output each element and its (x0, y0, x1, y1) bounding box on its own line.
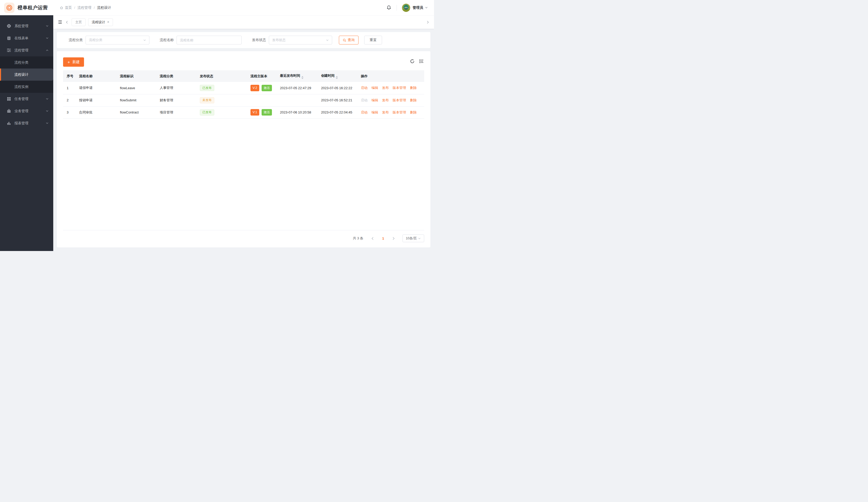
create-button[interactable]: + 新建 (63, 58, 84, 67)
column-header: 流程名称 (76, 70, 117, 82)
tab-label: 流程设计 (92, 20, 105, 24)
cell-create-time: 2023-07-05 16:52:21 (318, 94, 358, 106)
sort-caret-icon[interactable] (301, 76, 303, 79)
column-header[interactable]: 最近发布时间 (277, 70, 318, 82)
filter-status-select[interactable]: 发布状态 (269, 36, 332, 44)
sidebar-item-label: 流程管理 (14, 48, 46, 53)
sidebar-fold-icon[interactable] (58, 20, 62, 24)
action-0-link: 启动 (361, 98, 368, 102)
grid-icon (7, 97, 11, 101)
sort-caret-icon[interactable] (336, 76, 338, 79)
sidebar-item-1[interactable]: 在线表单 (0, 32, 53, 44)
sidebar-subitem-0[interactable]: 流程分类 (0, 57, 53, 69)
pagination-page-1[interactable]: 1 (376, 236, 390, 240)
sidebar-item-label: 在线表单 (14, 36, 46, 41)
sidebar-item-label: 报表管理 (14, 121, 46, 126)
tab-bar: 主页流程设计✕ (53, 15, 434, 29)
filter-status-label: 发布状态 (252, 38, 266, 42)
action-3-link[interactable]: 版本管理 (393, 86, 406, 90)
version-badge: V:1 (250, 109, 259, 115)
action-2-link[interactable]: 发布 (382, 86, 389, 90)
column-header: 流程分类 (157, 70, 197, 82)
sidebar-item-2[interactable]: 流程管理 (0, 44, 53, 57)
column-header: 操作 (358, 70, 424, 82)
column-header[interactable]: 创建时间 (318, 70, 358, 82)
status-badge: 已发布 (200, 85, 214, 91)
chevron-down-icon (326, 39, 329, 42)
sliders-icon (7, 48, 11, 52)
user-menu-chevron-down-icon[interactable] (425, 6, 428, 9)
notification-bell-icon[interactable] (386, 5, 391, 10)
cell-publish-time (277, 94, 318, 106)
sidebar-item-4[interactable]: 业务管理 (0, 105, 53, 117)
sidebar-subitem-2[interactable]: 流程实例 (0, 81, 53, 93)
table-row: 1请假申请flowLeave人事管理已发布V:2激活2023-07-05 22:… (63, 82, 424, 94)
filter-panel: 流程分类 流程分类 流程名称 发布状态 发布状态 查询 重置 (57, 32, 430, 48)
chevron-down-icon (418, 237, 421, 240)
active-badge: 激活 (261, 85, 272, 91)
pagination-next-icon[interactable] (390, 237, 397, 240)
breadcrumb-separator: / (74, 6, 75, 10)
create-button-label: 新建 (72, 60, 80, 64)
sidebar-subitem-1[interactable]: 流程设计 (0, 69, 53, 81)
query-button[interactable]: 查询 (339, 36, 359, 44)
briefcase-icon (7, 109, 11, 113)
chevron-up-icon (46, 49, 49, 52)
tab-0[interactable]: 主页 (72, 18, 85, 26)
reset-button[interactable]: 重置 (364, 36, 382, 44)
chevron-down-icon (46, 37, 49, 40)
column-header: 流程主版本 (247, 70, 277, 82)
cell-category: 财务管理 (157, 94, 197, 106)
action-4-link[interactable]: 删除 (410, 98, 417, 102)
action-4-link[interactable]: 删除 (410, 110, 417, 114)
app-title: 橙单租户运营 (18, 4, 48, 11)
avatar[interactable] (402, 4, 410, 12)
plus-icon: + (68, 60, 70, 64)
pagination-prev-icon[interactable] (369, 237, 376, 240)
row-density-icon[interactable] (419, 59, 424, 64)
page-size-select[interactable]: 10条/页 (402, 234, 424, 242)
gear-icon (7, 24, 11, 28)
tab-close-icon[interactable]: ✕ (107, 21, 109, 23)
chevron-down-icon (46, 110, 49, 112)
action-0-link[interactable]: 启动 (361, 86, 368, 90)
app-logo (4, 3, 14, 13)
filter-status-placeholder: 发布状态 (272, 38, 326, 42)
tabs-scroll-left-icon[interactable] (65, 21, 69, 24)
action-1-link[interactable]: 编辑 (371, 98, 378, 102)
sidebar-subitem-label: 流程分类 (14, 60, 29, 65)
action-2-link[interactable]: 发布 (382, 110, 389, 114)
page-size-value: 10条/页 (406, 236, 418, 240)
action-3-link[interactable]: 版本管理 (393, 110, 406, 114)
filter-category-select[interactable]: 流程分类 (85, 36, 149, 44)
column-header: 序号 (63, 70, 76, 82)
breadcrumb-item[interactable]: 流程管理 (78, 6, 92, 10)
sidebar-item-3[interactable]: 任务管理 (0, 93, 53, 105)
cell-index: 1 (63, 82, 76, 94)
filter-name-input[interactable] (177, 36, 242, 44)
cell-actions: 启动编辑发布版本管理删除 (358, 94, 424, 106)
action-1-link[interactable]: 编辑 (371, 110, 378, 114)
form-icon (7, 36, 11, 40)
tabs-scroll-right-icon[interactable] (426, 21, 429, 24)
sidebar-item-5[interactable]: 报表管理 (0, 117, 53, 129)
cell-create-time: 2023-07-05 22:04:45 (318, 106, 358, 119)
status-badge: 已发布 (200, 109, 214, 115)
refresh-icon[interactable] (410, 59, 415, 64)
action-4-link[interactable]: 删除 (410, 86, 417, 90)
cell-actions: 启动编辑发布版本管理删除 (358, 106, 424, 119)
sidebar-item-0[interactable]: 系统管理 (0, 20, 53, 32)
cell-index: 3 (63, 106, 76, 119)
action-2-link[interactable]: 发布 (382, 98, 389, 102)
user-name[interactable]: 管理员 (413, 6, 423, 10)
breadcrumb-item[interactable]: 首页 (60, 6, 72, 10)
action-1-link[interactable]: 编辑 (371, 86, 378, 90)
action-0-link[interactable]: 启动 (361, 110, 368, 114)
active-badge: 激活 (261, 109, 272, 115)
cell-publish-time: 2023-07-06 10:20:58 (277, 106, 318, 119)
action-3-link[interactable]: 版本管理 (393, 98, 406, 102)
cell-publish-status: 已发布 (197, 106, 247, 119)
filter-category-label: 流程分类 (69, 38, 83, 42)
cell-main-version: V:1激活 (247, 106, 277, 119)
tab-1[interactable]: 流程设计✕ (88, 18, 113, 26)
